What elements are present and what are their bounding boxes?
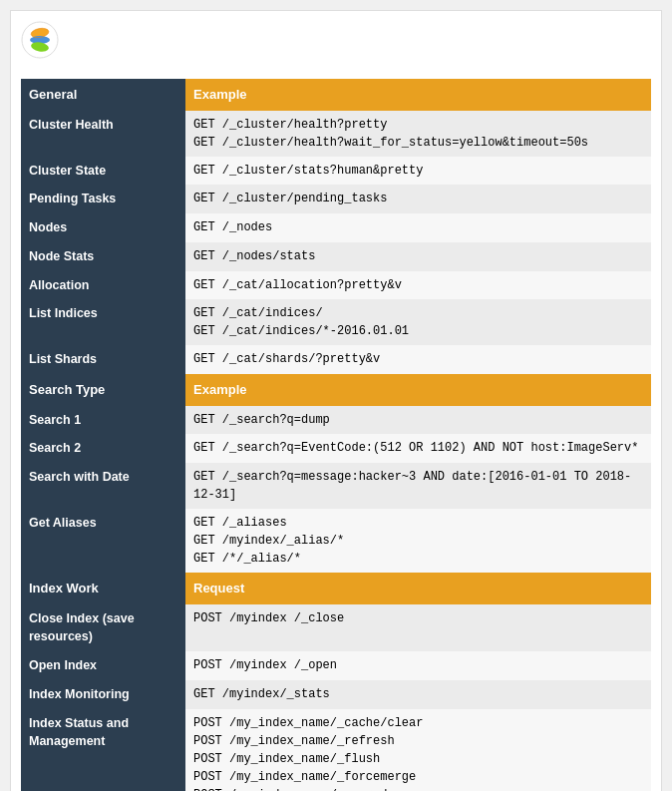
row-label: Get Aliases: [21, 509, 185, 573]
row-value: GET /_nodes: [185, 213, 651, 242]
section-header-right: Example: [185, 374, 651, 406]
row-value: GET /_nodes/stats: [185, 242, 651, 271]
row-label: Index Status and Management: [21, 709, 185, 792]
row-value: GET /_cat/allocation?pretty&v: [185, 271, 651, 300]
section-header-left: Index Work: [21, 573, 185, 604]
row-label: Search 2: [21, 434, 185, 463]
main-container: General Example Cluster Health GET /_clu…: [10, 10, 662, 791]
row-value: POST /myindex /_close: [185, 604, 651, 652]
section-header-left: Search Type: [21, 374, 185, 406]
section-header-right: Example: [185, 79, 651, 111]
row-label: Open Index: [21, 651, 185, 680]
row-label: Cluster Health: [21, 111, 185, 157]
row-label: Nodes: [21, 213, 185, 242]
row-label: List Shards: [21, 345, 185, 374]
row-label: Pending Tasks: [21, 185, 185, 213]
row-value: GET /myindex/_stats: [185, 680, 651, 709]
row-value: GET /_cluster/pending_tasks: [185, 185, 651, 213]
row-label: Search with Date: [21, 463, 185, 509]
row-value: GET /_cat/shards/?pretty&v: [185, 345, 651, 374]
cheat-sheet-table: General Example Cluster Health GET /_clu…: [21, 79, 651, 791]
row-label: Index Monitoring: [21, 680, 185, 709]
row-value: GET /_search?q=dump: [185, 406, 651, 435]
row-value: GET /_aliasesGET /myindex/_alias/*GET /*…: [185, 509, 651, 573]
row-value: GET /_cluster/stats?human&pretty: [185, 157, 651, 186]
row-value: GET /_search?q=message:hacker~3 AND date…: [185, 463, 651, 509]
row-value: GET /_cluster/health?prettyGET /_cluster…: [185, 111, 651, 157]
row-value: GET /_search?q=EventCode:(512 OR 1102) A…: [185, 434, 651, 463]
section-header-right: Request: [185, 573, 651, 604]
section-header-left: General: [21, 79, 185, 111]
row-label: Node Stats: [21, 242, 185, 271]
row-label: Close Index (save resources): [21, 604, 185, 652]
row-label: Search 1: [21, 406, 185, 435]
row-label: List Indices: [21, 299, 185, 345]
row-value: POST /my_index_name/_cache/clearPOST /my…: [185, 709, 651, 792]
elasticsearch-logo: [21, 21, 59, 59]
row-label: Cluster State: [21, 157, 185, 186]
page-header: [21, 21, 651, 67]
row-label: Allocation: [21, 271, 185, 300]
row-value: POST /myindex /_open: [185, 651, 651, 680]
row-value: GET /_cat/indices/GET /_cat/indices/*-20…: [185, 299, 651, 345]
